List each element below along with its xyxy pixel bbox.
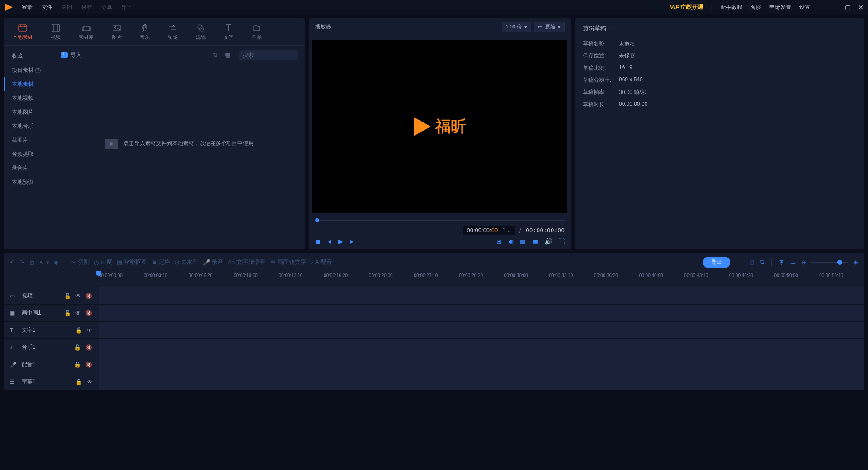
lock-icon[interactable]: 🔓 bbox=[74, 362, 81, 368]
track-lane[interactable] bbox=[99, 356, 864, 373]
mute-icon[interactable]: 🔇 bbox=[85, 310, 92, 316]
marker-icon[interactable]: ▭ bbox=[790, 259, 796, 266]
lock-icon[interactable]: 🔓 bbox=[74, 344, 81, 351]
menu-share[interactable]: 分享 bbox=[101, 4, 112, 11]
shield-icon[interactable]: ⛨ bbox=[779, 259, 785, 266]
prev-frame-button[interactable]: ◂ bbox=[328, 238, 331, 245]
separator: | bbox=[711, 4, 712, 10]
menu-export[interactable]: 导出 bbox=[121, 4, 132, 11]
delete-button[interactable]: 🗑 bbox=[29, 259, 35, 266]
sidebar-item-local[interactable]: 本地素材 bbox=[4, 77, 53, 91]
menu-close[interactable]: 关闭 bbox=[61, 4, 72, 11]
fullscreen-icon[interactable]: ⛶ bbox=[558, 238, 565, 245]
chevron-down-icon: ▾ bbox=[558, 24, 561, 30]
current-time[interactable]: 00:00:00:00 ⌃⌄ bbox=[463, 226, 515, 235]
player-progress[interactable] bbox=[315, 220, 565, 221]
lock-icon[interactable]: 🔓 bbox=[75, 327, 82, 334]
tutorial-link[interactable]: 新手教程 bbox=[721, 4, 742, 11]
watermark-button[interactable]: ⊘ 去水印 bbox=[175, 258, 198, 266]
ai-voice-button[interactable]: ♪ AI配音 bbox=[311, 258, 333, 266]
help-icon[interactable]: ? bbox=[35, 68, 41, 73]
snapshot-icon[interactable]: ◉ bbox=[508, 238, 514, 245]
magnet-icon[interactable]: ⊡ bbox=[750, 259, 755, 266]
vip-link[interactable]: VIP立即开通 bbox=[670, 3, 703, 11]
zoom-out-icon[interactable]: ⊖ bbox=[801, 259, 806, 266]
zoom-in-icon[interactable]: ⊕ bbox=[853, 259, 858, 266]
timeline-ruler[interactable]: 00:00:00:00 00:00:03:10 00:00:06:20 00:0… bbox=[4, 271, 864, 287]
ruler-mark: 00:00:23:10 bbox=[414, 271, 459, 287]
stt-button[interactable]: ▤ 画面转文字 bbox=[270, 258, 307, 266]
lock-icon[interactable]: 🔓 bbox=[75, 379, 82, 385]
tab-local-media[interactable]: 本地素材 bbox=[9, 22, 36, 45]
sidebar-item-favorite[interactable]: 收藏 bbox=[4, 49, 53, 63]
track-lane[interactable] bbox=[99, 305, 864, 321]
track-lane[interactable] bbox=[99, 339, 864, 356]
cut-button[interactable]: ✂ 切割 bbox=[71, 258, 90, 266]
app-logo bbox=[5, 3, 13, 11]
info-panel: 剪辑草稿： 草稿名称:未命名 保存位置:未保存 草稿比例:16 : 9 草稿分辨… bbox=[575, 18, 864, 249]
crop-icon[interactable]: ⊞ bbox=[496, 238, 502, 245]
info-value: 30.00 帧/秒 bbox=[619, 89, 646, 96]
svg-rect-2 bbox=[52, 25, 53, 31]
player-canvas[interactable]: 福昕 bbox=[312, 40, 567, 213]
maximize-icon[interactable]: ▢ bbox=[845, 4, 851, 11]
sidebar-item-project[interactable]: 项目素材? bbox=[4, 63, 53, 77]
eye-icon[interactable]: 👁 bbox=[87, 327, 92, 334]
tts-button[interactable]: Aa 文字转语音 bbox=[228, 258, 266, 266]
track-lane[interactable] bbox=[99, 373, 864, 390]
sidebar-item-screenshot[interactable]: 截图库 bbox=[4, 133, 53, 147]
minimize-icon[interactable]: — bbox=[831, 4, 838, 11]
ai-cutout-button[interactable]: ▦ 智能抠图 bbox=[117, 258, 147, 266]
menu-file[interactable]: 文件 bbox=[42, 4, 52, 11]
sidebar-item-audioextract[interactable]: 音频提取 bbox=[4, 147, 53, 161]
info-label: 草稿时长: bbox=[583, 101, 619, 108]
mute-icon[interactable]: 🔇 bbox=[85, 362, 92, 368]
service-link[interactable]: 客服 bbox=[750, 4, 761, 11]
zoom-slider[interactable] bbox=[811, 262, 848, 263]
play-button[interactable]: ▶ bbox=[338, 238, 343, 245]
sidebar-item-recording[interactable]: 录音库 bbox=[4, 161, 53, 175]
eye-icon[interactable]: 👁 bbox=[75, 310, 81, 316]
settings-link[interactable]: 设置 bbox=[799, 4, 810, 11]
brand-text: 福昕 bbox=[435, 116, 466, 137]
close-icon[interactable]: ✕ bbox=[858, 4, 863, 11]
sidebar-item-localimage[interactable]: 本地图片 bbox=[4, 105, 53, 119]
redo-button[interactable]: ↷ bbox=[19, 259, 24, 266]
next-frame-button[interactable]: ▸ bbox=[350, 238, 354, 245]
pointer-button[interactable]: ↖ ▾ bbox=[39, 259, 49, 266]
speed-button[interactable]: ◷ 速度 bbox=[94, 258, 112, 266]
safe-area-icon[interactable]: ▣ bbox=[532, 238, 538, 245]
volume-icon[interactable]: 🔊 bbox=[544, 238, 552, 245]
empty-state[interactable]: 双击导入素材文件到本地素材，以便在多个项目中使用 bbox=[53, 38, 305, 249]
eye-icon[interactable]: 👁 bbox=[75, 293, 81, 299]
mute-icon[interactable]: 🔇 bbox=[85, 293, 92, 299]
ruler-mark: 00:00:10:00 bbox=[234, 271, 279, 287]
keyframe-button[interactable]: ◆ bbox=[54, 259, 58, 266]
freeze-button[interactable]: ▣ 定格 bbox=[151, 258, 170, 266]
zoom-select[interactable]: 1.00 倍▾ bbox=[502, 22, 531, 32]
caption-icon[interactable]: ▤ bbox=[520, 238, 526, 245]
record-button[interactable]: 🎤 录音 bbox=[203, 258, 223, 266]
view-mode-select[interactable]: ▭原始▾ bbox=[534, 22, 565, 32]
stop-button[interactable]: ◼ bbox=[315, 238, 321, 245]
lock-icon[interactable]: 🔓 bbox=[64, 293, 71, 299]
export-button[interactable]: 导出 bbox=[703, 257, 730, 268]
menu-save[interactable]: 保存 bbox=[81, 4, 92, 11]
track-label: 音乐1 bbox=[22, 343, 70, 351]
playhead[interactable] bbox=[99, 271, 99, 390]
mute-icon[interactable]: 🔇 bbox=[85, 344, 92, 351]
invoice-link[interactable]: 申请发票 bbox=[769, 4, 791, 11]
svg-rect-0 bbox=[19, 25, 27, 31]
track-lane[interactable] bbox=[99, 322, 864, 338]
sidebar-item-localvideo[interactable]: 本地视频 bbox=[4, 91, 53, 105]
lock-icon[interactable]: 🔓 bbox=[64, 310, 71, 316]
folder-icon bbox=[61, 52, 68, 58]
sidebar-item-localmusic[interactable]: 本地音乐 bbox=[4, 119, 53, 133]
undo-button[interactable]: ↶ bbox=[10, 259, 15, 266]
sidebar-item-preset[interactable]: 本地预设 bbox=[4, 175, 53, 189]
link-icon[interactable]: ⧉ bbox=[760, 258, 764, 266]
ruler-mark: 00:00:30:00 bbox=[504, 271, 549, 287]
track-lane[interactable] bbox=[99, 287, 864, 304]
eye-icon[interactable]: 👁 bbox=[87, 379, 92, 385]
menu-login[interactable]: 登录 bbox=[22, 4, 33, 11]
